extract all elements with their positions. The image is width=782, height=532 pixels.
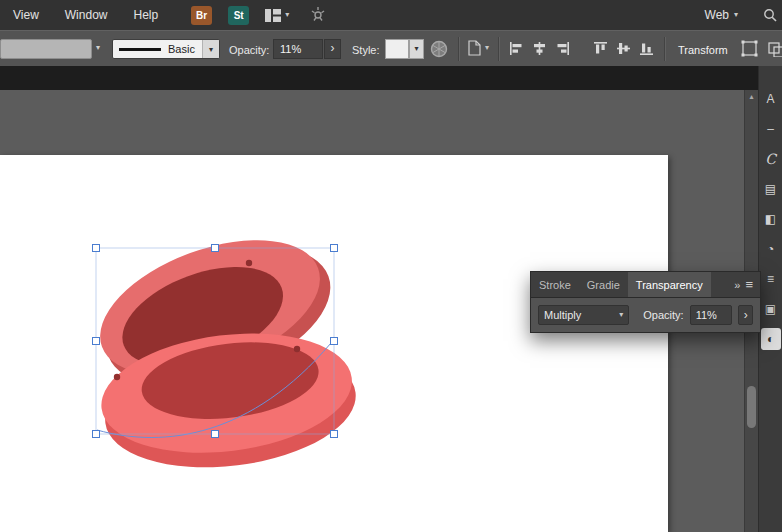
menu-view[interactable]: View (0, 0, 52, 30)
panel-tab-bar: Stroke Gradie Transparency » ≡ (530, 271, 761, 298)
align-top-icon[interactable] (592, 40, 609, 57)
panel-dock: A – C ▤ ◧ ◔ ≡ ▣ ◐ (758, 66, 782, 532)
tab-gradient[interactable]: Gradie (579, 272, 628, 297)
color-panel-icon[interactable]: C (761, 148, 781, 170)
bridge-icon[interactable]: Br (191, 6, 212, 25)
stroke-style-dropdown[interactable]: Basic ▾ (112, 39, 220, 59)
workspace-label: Web (705, 8, 729, 22)
artboard[interactable] (0, 155, 668, 532)
style-label: Style: (352, 44, 380, 56)
tab-transparency[interactable]: Transparency (628, 272, 711, 297)
shape-options-icon[interactable] (768, 40, 782, 59)
panel-overflow-icon[interactable]: » (734, 279, 738, 291)
workspace-layout-icon[interactable]: ▾ (265, 9, 289, 22)
libraries-panel-icon[interactable]: ▣ (761, 298, 781, 320)
swatches-panel-icon[interactable]: ▤ (761, 178, 781, 200)
chevron-down-icon: ▾ (619, 311, 623, 319)
opacity-flyout-button[interactable]: › (324, 39, 341, 59)
appearance-panel-icon[interactable]: – (761, 118, 781, 140)
chevron-down-icon[interactable]: ▾ (202, 40, 219, 58)
transparency-panel: Stroke Gradie Transparency » ≡ Multiply … (530, 271, 761, 333)
workspace-switcher[interactable]: Web ▾ (705, 8, 738, 22)
transform-link[interactable]: Transform (678, 44, 728, 56)
illustrator-window: { "menubar": { "menus": ["View", "Window… (0, 0, 782, 532)
chevron-down-icon: ▾ (285, 11, 289, 19)
menu-bar: View Window Help Br St ▾ Web ▾ (0, 0, 782, 30)
menu-help[interactable]: Help (120, 0, 171, 30)
document-tab-strip (0, 66, 782, 90)
stroke-panel-icon[interactable]: ◔ (761, 238, 781, 260)
columns-icon (265, 9, 281, 22)
panel-opacity-label: Opacity: (643, 309, 683, 321)
opacity-label: Opacity: (229, 44, 269, 56)
free-transform-icon[interactable] (740, 39, 759, 60)
chevron-down-icon[interactable]: ▾ (409, 39, 424, 59)
divider (458, 37, 460, 61)
recolor-artwork-icon[interactable] (430, 40, 448, 60)
panel-opacity-input[interactable]: 11% (690, 305, 733, 325)
tab-stroke[interactable]: Stroke (531, 272, 579, 297)
search-icon[interactable] (762, 7, 778, 23)
scrollbar-thumb[interactable] (747, 386, 756, 428)
stock-icon[interactable]: St (228, 6, 249, 25)
share-icon[interactable] (309, 6, 327, 24)
stroke-preset-label: Basic (168, 43, 202, 55)
artboards-panel-icon[interactable]: A (761, 88, 781, 110)
graphic-style-swatch[interactable] (385, 39, 409, 59)
document-setup-dropdown[interactable]: ▾ (468, 40, 489, 56)
chevron-down-icon: ▾ (485, 44, 489, 52)
gradient-panel-icon[interactable]: ◧ (761, 208, 781, 230)
blend-mode-value: Multiply (544, 309, 581, 321)
panel-body: Multiply ▾ Opacity: 11% › (530, 298, 761, 333)
blend-mode-select[interactable]: Multiply ▾ (538, 305, 629, 325)
layers-panel-icon[interactable]: ≡ (761, 268, 781, 290)
appearance-preview-field[interactable] (0, 39, 92, 59)
menu-window[interactable]: Window (52, 0, 121, 30)
control-bar: ▾ Basic ▾ Opacity: 11% › Style: ▾ ▾ (0, 30, 782, 66)
transparency-panel-icon[interactable]: ◐ (761, 328, 781, 350)
stroke-preview-line (119, 48, 161, 51)
tab-spacer (711, 272, 735, 297)
panel-menu-icon[interactable]: ≡ (745, 277, 753, 292)
chevron-down-icon: ▾ (734, 11, 738, 19)
chevron-down-icon[interactable]: ▾ (96, 43, 100, 52)
opacity-input[interactable]: 11% (273, 39, 323, 59)
align-left-icon[interactable] (508, 40, 525, 57)
divider (498, 37, 500, 61)
align-center-vertical-icon[interactable] (615, 40, 632, 57)
panel-opacity-flyout-button[interactable]: › (738, 305, 753, 325)
align-right-icon[interactable] (554, 40, 571, 57)
divider (664, 37, 666, 61)
document-icon (468, 40, 481, 56)
align-center-horizontal-icon[interactable] (531, 40, 548, 57)
scroll-up-arrow-icon[interactable]: ▴ (745, 92, 758, 101)
align-bottom-icon[interactable] (638, 40, 655, 57)
